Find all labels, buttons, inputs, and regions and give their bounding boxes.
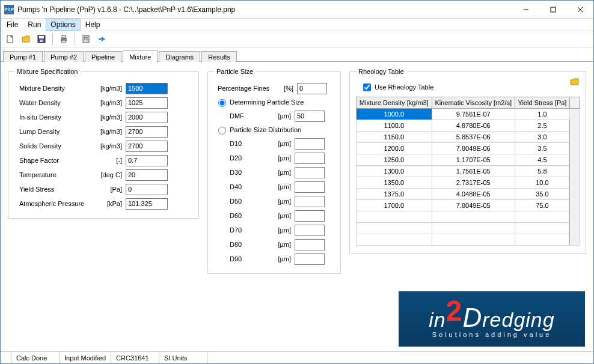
table-cell[interactable]: 7.8049E-06 <box>432 143 515 154</box>
table-cell[interactable]: 5.8 <box>515 166 569 177</box>
mixture-row: Atmospheric Pressure[kPa] <box>14 196 192 211</box>
d-input[interactable] <box>295 167 325 178</box>
table-cell[interactable]: 2.5 <box>515 120 569 132</box>
field-input[interactable] <box>126 155 168 166</box>
menu-run[interactable]: Run <box>23 19 46 31</box>
table-row[interactable] <box>357 223 580 234</box>
table-cell[interactable]: 4.8780E-06 <box>432 120 515 132</box>
table-cell[interactable] <box>515 223 569 234</box>
rheology-table[interactable]: Mixture Density [kg/m3]Kinematic Viscosi… <box>356 97 580 246</box>
table-cell[interactable] <box>432 234 515 246</box>
tab-results[interactable]: Results <box>201 51 237 62</box>
table-row[interactable] <box>357 211 580 223</box>
field-input[interactable] <box>126 141 168 152</box>
radio-distribution[interactable] <box>218 127 226 135</box>
table-cell[interactable] <box>432 223 515 234</box>
table-cell[interactable]: 1000.0 <box>357 109 432 120</box>
table-cell[interactable] <box>515 211 569 223</box>
tab-pump1[interactable]: Pump #1 <box>3 51 43 62</box>
tab-pump2[interactable]: Pump #2 <box>44 51 84 62</box>
menu-file[interactable]: File <box>2 19 23 31</box>
dmf-input[interactable] <box>295 111 325 122</box>
table-cell[interactable] <box>515 234 569 246</box>
table-cell[interactable]: 1700.0 <box>357 200 432 211</box>
table-cell[interactable]: 1100.0 <box>357 120 432 132</box>
table-cell[interactable] <box>357 234 432 246</box>
field-input[interactable] <box>126 198 168 210</box>
field-input[interactable] <box>126 184 168 195</box>
field-input[interactable] <box>126 97 168 109</box>
table-row[interactable]: 1000.09.7561E-071.0 <box>357 109 580 120</box>
save-file-icon[interactable] <box>34 32 49 46</box>
d-input[interactable] <box>295 225 325 236</box>
table-cell[interactable]: 35.0 <box>515 189 569 200</box>
d-input[interactable] <box>295 153 325 164</box>
maximize-button[interactable] <box>539 1 566 18</box>
table-cell[interactable]: 1.0 <box>515 109 569 120</box>
table-row[interactable]: 1150.05.8537E-063.0 <box>357 132 580 143</box>
d-input[interactable] <box>295 196 325 207</box>
table-cell[interactable]: 10.0 <box>515 177 569 189</box>
table-cell[interactable]: 3.5 <box>515 143 569 154</box>
fines-input[interactable] <box>297 83 327 94</box>
table-cell[interactable]: 1350.0 <box>357 177 432 189</box>
new-file-icon[interactable] <box>3 32 17 46</box>
table-cell[interactable] <box>432 211 515 223</box>
close-button[interactable] <box>566 1 593 18</box>
table-header-cell[interactable]: Yield Stress [Pa] <box>515 97 569 109</box>
table-cell[interactable]: 5.8537E-06 <box>432 132 515 143</box>
run-icon[interactable] <box>94 32 109 46</box>
open-rheology-icon[interactable] <box>569 76 581 87</box>
table-cell[interactable]: 75.0 <box>515 200 569 211</box>
tab-diagrams[interactable]: Diagrams <box>159 51 200 62</box>
table-scrollbar[interactable] <box>570 109 580 246</box>
calculator-icon[interactable] <box>79 32 93 46</box>
table-cell[interactable]: 1200.0 <box>357 143 432 154</box>
table-cell[interactable]: 4.5 <box>515 154 569 166</box>
minimize-button[interactable] <box>512 1 539 18</box>
field-input[interactable] <box>126 83 168 94</box>
d-input[interactable] <box>295 138 325 150</box>
table-cell[interactable]: 4.0488E-05 <box>432 189 515 200</box>
table-cell[interactable]: 2.7317E-05 <box>432 177 515 189</box>
table-cell[interactable]: 7.8049E-05 <box>432 200 515 211</box>
table-cell[interactable]: 1150.0 <box>357 132 432 143</box>
table-cell[interactable]: 9.7561E-07 <box>432 109 515 120</box>
table-cell[interactable]: 1.7561E-05 <box>432 166 515 177</box>
table-cell[interactable]: 3.0 <box>515 132 569 143</box>
table-header-cell[interactable]: Mixture Density [kg/m3] <box>357 97 432 109</box>
open-file-icon[interactable] <box>19 32 33 46</box>
use-rheology-checkbox[interactable] <box>363 83 371 91</box>
d-input[interactable] <box>295 239 325 250</box>
d-input[interactable] <box>295 181 325 193</box>
menu-help[interactable]: Help <box>81 19 105 31</box>
table-row[interactable]: 1700.07.8049E-0575.0 <box>357 200 580 211</box>
table-row[interactable] <box>357 234 580 246</box>
table-row[interactable]: 1200.07.8049E-063.5 <box>357 143 580 154</box>
table-cell[interactable]: 1.1707E-05 <box>432 154 515 166</box>
radio-determining[interactable] <box>218 99 226 107</box>
table-cell[interactable]: 1300.0 <box>357 166 432 177</box>
menu-options[interactable]: Options <box>46 19 80 31</box>
group-legend: Mixture Specification <box>14 68 81 75</box>
print-icon[interactable] <box>57 32 71 46</box>
table-row[interactable]: 1250.01.1707E-054.5 <box>357 154 580 166</box>
table-cell[interactable]: 1375.0 <box>357 189 432 200</box>
table-cell[interactable] <box>357 211 432 223</box>
table-row[interactable]: 1375.04.0488E-0535.0 <box>357 189 580 200</box>
table-cell[interactable]: 1250.0 <box>357 154 432 166</box>
field-input[interactable] <box>126 112 168 123</box>
field-input[interactable] <box>126 169 168 181</box>
tab-pipeline[interactable]: Pipeline <box>85 51 121 62</box>
table-header-cell[interactable]: Kinematic Viscosity [m2/s] <box>432 97 515 109</box>
table-row[interactable]: 1350.02.7317E-0510.0 <box>357 177 580 189</box>
toolbar-separator <box>52 33 53 45</box>
svg-rect-13 <box>84 39 85 40</box>
d-input[interactable] <box>295 210 325 222</box>
field-input[interactable] <box>126 126 168 138</box>
tab-mixture[interactable]: Mixture <box>123 50 158 62</box>
table-row[interactable]: 1100.04.8780E-062.5 <box>357 120 580 132</box>
d-input[interactable] <box>295 253 325 265</box>
table-cell[interactable] <box>357 223 432 234</box>
table-row[interactable]: 1300.01.7561E-055.8 <box>357 166 580 177</box>
